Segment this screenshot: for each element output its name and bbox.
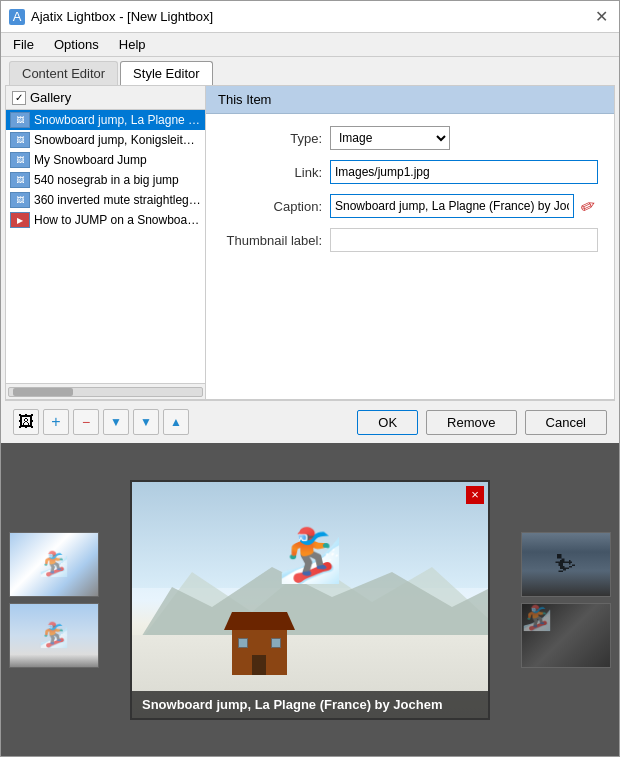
door: [252, 655, 266, 675]
item-thumb-image: 🖼: [10, 192, 30, 208]
tab-style-editor[interactable]: Style Editor: [120, 61, 212, 85]
window-left: [238, 638, 248, 648]
this-item-header: This Item: [206, 86, 614, 114]
left-thumb-2[interactable]: 🏂: [9, 603, 99, 668]
list-item[interactable]: 🖼 Snowboard jump, Konigsleiten, A: [6, 130, 205, 150]
snowboarder-figure: 🏂: [278, 529, 343, 581]
app-icon: A: [9, 9, 25, 25]
item-thumb-image: 🖼: [10, 152, 30, 168]
item-thumb-image: 🖼: [10, 112, 30, 128]
remove-item-button[interactable]: −: [73, 409, 99, 435]
toolbar-left: 🖼 + − ▼ ▼ ▲: [13, 409, 189, 435]
menu-bar: File Options Help: [1, 33, 619, 57]
dropdown-icon: ▼: [110, 415, 122, 429]
window-close-button[interactable]: ✕: [591, 7, 611, 27]
main-content: ✓ Gallery 🖼 Snowboard jump, La Plagne (F…: [5, 85, 615, 400]
list-item[interactable]: ▶ How to JUMP on a Snowboard - S: [6, 210, 205, 230]
link-label: Link:: [222, 165, 322, 180]
form-area: Type: Image Video Link Link: Caption:: [206, 114, 614, 274]
scrollbar-track[interactable]: [8, 387, 203, 397]
main-window: A Ajatix Lightbox - [New Lightbox] ✕ Fil…: [0, 0, 620, 757]
add-media-icon: 🖼: [18, 413, 34, 431]
gallery-header: ✓ Gallery: [6, 86, 205, 110]
minus-icon: −: [82, 414, 90, 430]
item-label: How to JUMP on a Snowboard - S: [34, 213, 201, 227]
caption-icon[interactable]: ✏: [575, 193, 602, 220]
move-up-icon: ▲: [170, 415, 182, 429]
add-media-button[interactable]: 🖼: [13, 409, 39, 435]
item-label: 540 nosegrab in a big jump: [34, 173, 179, 187]
left-panel: ✓ Gallery 🖼 Snowboard jump, La Plagne (F…: [6, 86, 206, 399]
add-button[interactable]: +: [43, 409, 69, 435]
snowboard-scene: 🏂: [132, 482, 488, 718]
item-label: My Snowboard Jump: [34, 153, 147, 167]
list-item[interactable]: 🖼 My Snowboard Jump: [6, 150, 205, 170]
menu-options[interactable]: Options: [46, 35, 107, 54]
item-label: Snowboard jump, La Plagne (Fra...: [34, 113, 201, 127]
lightbox-main: ×: [130, 480, 490, 720]
tabs-bar: Content Editor Style Editor: [1, 57, 619, 85]
tab-content-editor[interactable]: Content Editor: [9, 61, 118, 85]
thumbnail-row: Thumbnail label:: [222, 228, 598, 252]
lightbox-caption: Snowboard jump, La Plagne (France) by Jo…: [132, 691, 488, 718]
button-bar: 🖼 + − ▼ ▼ ▲ OK Remove Cancel: [5, 400, 615, 443]
ok-button[interactable]: OK: [357, 410, 418, 435]
caption-label: Caption:: [222, 199, 322, 214]
cancel-button[interactable]: Cancel: [525, 410, 607, 435]
lightbox-close-button[interactable]: ×: [466, 486, 484, 504]
item-label: Snowboard jump, Konigsleiten, A: [34, 133, 201, 147]
type-row: Type: Image Video Link: [222, 126, 598, 150]
link-row: Link:: [222, 160, 598, 184]
item-label: 360 inverted mute straightleg in: [34, 193, 201, 207]
building: [232, 630, 287, 675]
item-list[interactable]: 🖼 Snowboard jump, La Plagne (Fra... 🖼 Sn…: [6, 110, 205, 383]
right-thumbnails: ⛷ 🏂: [521, 532, 611, 668]
dialog-buttons: OK Remove Cancel: [357, 410, 607, 435]
preview-area: 🏂 🏂 ×: [1, 443, 619, 756]
item-thumb-image: 🖼: [10, 172, 30, 188]
type-select[interactable]: Image Video Link: [330, 126, 450, 150]
remove-button[interactable]: Remove: [426, 410, 516, 435]
right-panel: This Item Type: Image Video Link Link:: [206, 86, 614, 399]
item-thumb-video: ▶: [10, 212, 30, 228]
left-thumb-1[interactable]: 🏂: [9, 532, 99, 597]
scrollbar-thumb[interactable]: [13, 388, 73, 396]
type-label: Type:: [222, 131, 322, 146]
list-item[interactable]: 🖼 Snowboard jump, La Plagne (Fra...: [6, 110, 205, 130]
thumbnail-label: Thumbnail label:: [222, 233, 322, 248]
window-right: [271, 638, 281, 648]
caption-row: Caption: ✏: [222, 194, 598, 218]
right-thumb-2[interactable]: 🏂: [521, 603, 611, 668]
list-item[interactable]: 🖼 360 inverted mute straightleg in: [6, 190, 205, 210]
list-item[interactable]: 🖼 540 nosegrab in a big jump: [6, 170, 205, 190]
caption-input[interactable]: [330, 194, 574, 218]
move-down-icon: ▼: [140, 415, 152, 429]
title-bar: A Ajatix Lightbox - [New Lightbox] ✕: [1, 1, 619, 33]
item-thumb-image: 🖼: [10, 132, 30, 148]
window-title: Ajatix Lightbox - [New Lightbox]: [31, 9, 213, 24]
left-thumbnails: 🏂 🏂: [9, 532, 99, 668]
gallery-label: Gallery: [30, 90, 71, 105]
roof: [224, 612, 295, 630]
thumbnail-input[interactable]: [330, 228, 598, 252]
horizontal-scrollbar[interactable]: [6, 383, 205, 399]
move-down-button[interactable]: ▼: [133, 409, 159, 435]
caption-row-inner: ✏: [330, 194, 598, 218]
move-up-button[interactable]: ▲: [163, 409, 189, 435]
menu-file[interactable]: File: [5, 35, 42, 54]
gallery-checkbox[interactable]: ✓: [12, 91, 26, 105]
right-thumb-1[interactable]: ⛷: [521, 532, 611, 597]
link-input[interactable]: [330, 160, 598, 184]
dropdown-button[interactable]: ▼: [103, 409, 129, 435]
menu-help[interactable]: Help: [111, 35, 154, 54]
add-icon: +: [51, 413, 60, 431]
title-bar-left: A Ajatix Lightbox - [New Lightbox]: [9, 9, 213, 25]
